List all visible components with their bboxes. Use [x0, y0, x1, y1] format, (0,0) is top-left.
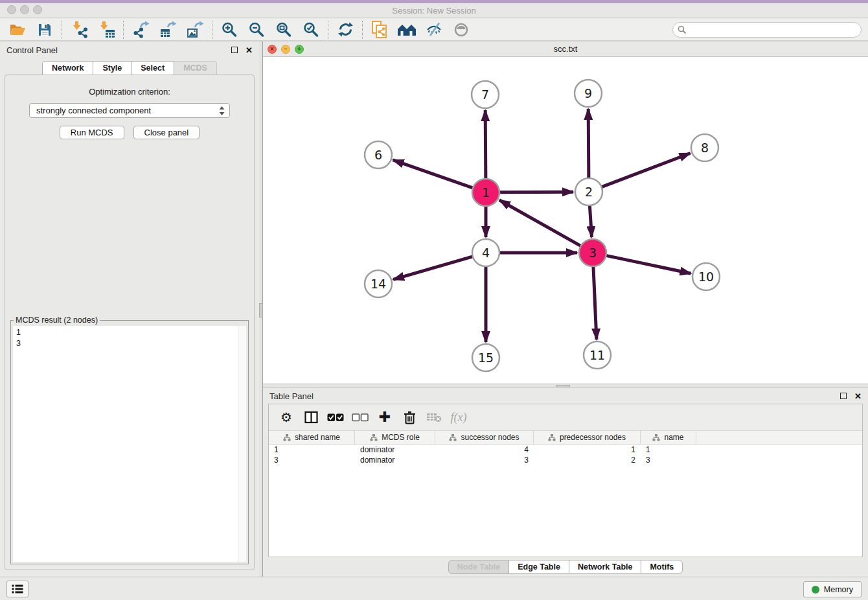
- graph-edge-1-2[interactable]: [499, 192, 573, 192]
- criterion-selected-value: strongly connected component: [36, 106, 218, 115]
- export-table-icon[interactable]: [154, 19, 181, 40]
- column-header-successor-nodes[interactable]: successor nodes: [435, 431, 534, 444]
- delete-table-icon[interactable]: [422, 406, 446, 428]
- deselect-all-columns-icon[interactable]: [348, 406, 372, 428]
- select-all-columns-icon[interactable]: [323, 406, 348, 428]
- graph-edge-4-14[interactable]: [393, 257, 473, 280]
- mcds-result-fieldset: MCDS result (2 nodes) 13: [10, 320, 249, 564]
- tab-motifs[interactable]: Motifs: [641, 560, 683, 574]
- graph-node-label: 15: [478, 351, 494, 365]
- table-cell[interactable]: 1: [534, 444, 641, 455]
- graph-edge-1-7[interactable]: [485, 110, 486, 179]
- graph-edge-2-3[interactable]: [589, 205, 591, 237]
- function-builder-icon[interactable]: f(x): [446, 406, 471, 428]
- search-icon: [678, 25, 687, 34]
- zoom-selected-icon[interactable]: [297, 19, 325, 40]
- run-mcds-button[interactable]: Run MCDS: [60, 126, 124, 139]
- status-bar: Memory: [0, 577, 868, 600]
- table-row[interactable]: 1dominator411: [269, 444, 862, 455]
- mcds-result-text[interactable]: 13: [13, 326, 238, 562]
- save-session-icon[interactable]: [31, 19, 58, 40]
- graph-node-label: 10: [698, 270, 714, 284]
- close-panel-icon[interactable]: ✕: [246, 46, 253, 54]
- zoom-out-icon[interactable]: [243, 19, 270, 40]
- network-canvas[interactable]: 7968124314101511: [263, 57, 868, 384]
- criterion-select[interactable]: strongly connected component: [29, 103, 230, 118]
- toolbar-separator: [328, 21, 328, 39]
- tab-select[interactable]: Select: [131, 61, 174, 75]
- graph-edge-3-11[interactable]: [593, 266, 597, 340]
- graph-edge-3-1[interactable]: [499, 200, 581, 246]
- graph-node-label: 4: [482, 246, 490, 260]
- mcds-result-line: 1: [16, 327, 234, 338]
- graph-edge-1-6[interactable]: [393, 160, 474, 188]
- open-session-icon[interactable]: [4, 19, 31, 40]
- column-header-label: successor nodes: [461, 433, 519, 442]
- tab-network[interactable]: Network: [42, 61, 93, 75]
- float-table-panel-icon[interactable]: [840, 393, 847, 399]
- mcds-result-title: MCDS result (2 nodes): [14, 316, 100, 325]
- hide-selected-icon[interactable]: [420, 19, 448, 40]
- graph-edge-2-8[interactable]: [602, 154, 691, 187]
- optimization-criterion-label: Optimization criterion:: [5, 87, 254, 97]
- tab-style[interactable]: Style: [93, 61, 131, 75]
- toolbar-separator: [362, 21, 363, 39]
- float-panel-icon[interactable]: [231, 47, 238, 53]
- table-cell[interactable]: 4: [435, 444, 534, 455]
- column-header-predecessor-nodes[interactable]: predecessor nodes: [534, 431, 641, 444]
- control-panel-title: Control Panel: [6, 45, 58, 55]
- table-cell[interactable]: 1: [269, 444, 355, 455]
- tab-mcds[interactable]: MCDS: [174, 61, 217, 75]
- close-table-panel-icon[interactable]: ✕: [854, 392, 862, 400]
- new-network-from-selection-icon[interactable]: [366, 19, 393, 40]
- refresh-icon[interactable]: [332, 19, 359, 40]
- table-cell[interactable]: dominator: [355, 444, 435, 455]
- table-panel: Table Panel ✕ ⚙: [263, 387, 868, 577]
- memory-button[interactable]: Memory: [803, 581, 862, 597]
- toolbar-separator: [62, 21, 62, 39]
- column-header-name[interactable]: name: [641, 431, 696, 444]
- table-panel-title: Table Panel: [269, 391, 314, 401]
- table-settings-gear-icon[interactable]: ⚙: [274, 406, 299, 428]
- delete-column-icon[interactable]: [397, 406, 422, 428]
- zoom-fit-icon[interactable]: [270, 19, 297, 40]
- export-image-icon[interactable]: [181, 19, 209, 40]
- table-cell[interactable]: 3: [269, 455, 355, 465]
- tab-node-table[interactable]: Node Table: [448, 560, 509, 574]
- toggle-column-view-icon[interactable]: [299, 406, 323, 428]
- table-row[interactable]: 3dominator323: [269, 455, 862, 465]
- table-cell[interactable]: 3: [435, 455, 534, 465]
- zoom-in-icon[interactable]: [216, 19, 243, 40]
- search-input[interactable]: [672, 22, 862, 38]
- show-all-icon[interactable]: [448, 19, 475, 40]
- column-header-MCDS-role[interactable]: MCDS role: [355, 431, 435, 444]
- export-network-icon[interactable]: [127, 19, 154, 40]
- import-network-icon[interactable]: [65, 19, 93, 40]
- toolbar-separator: [212, 21, 212, 39]
- mcds-result-scrollbar[interactable]: [238, 326, 246, 562]
- close-panel-button[interactable]: Close panel: [133, 126, 200, 139]
- tab-network-table[interactable]: Network Table: [569, 560, 642, 574]
- first-neighbors-icon[interactable]: [393, 19, 420, 40]
- table-cell[interactable]: dominator: [355, 455, 435, 465]
- graph-node-label: 8: [701, 141, 709, 155]
- graph-node-label: 1: [482, 185, 490, 200]
- table-cell[interactable]: 3: [641, 455, 696, 465]
- graph-edge-2-9[interactable]: [588, 109, 589, 178]
- import-table-icon[interactable]: [93, 19, 120, 40]
- add-column-icon[interactable]: ✚: [372, 406, 397, 428]
- memory-status-icon: [812, 586, 819, 594]
- table-cell[interactable]: 2: [534, 455, 641, 465]
- memory-label: Memory: [824, 585, 853, 594]
- column-tree-icon: [449, 434, 457, 441]
- table-header-row: shared nameMCDS rolesuccessor nodesprede…: [269, 431, 862, 444]
- tab-edge-table[interactable]: Edge Table: [508, 560, 569, 574]
- column-header-label: name: [664, 433, 683, 442]
- column-header-shared-name[interactable]: shared name: [269, 431, 355, 444]
- table-cell[interactable]: 1: [641, 444, 696, 455]
- network-window-titlebar: × − + scc.txt: [263, 41, 868, 57]
- show-panels-list-button[interactable]: [6, 581, 29, 597]
- main-toolbar: [0, 19, 868, 41]
- select-stepper-icon: [218, 106, 225, 116]
- graph-edge-3-10[interactable]: [606, 255, 691, 273]
